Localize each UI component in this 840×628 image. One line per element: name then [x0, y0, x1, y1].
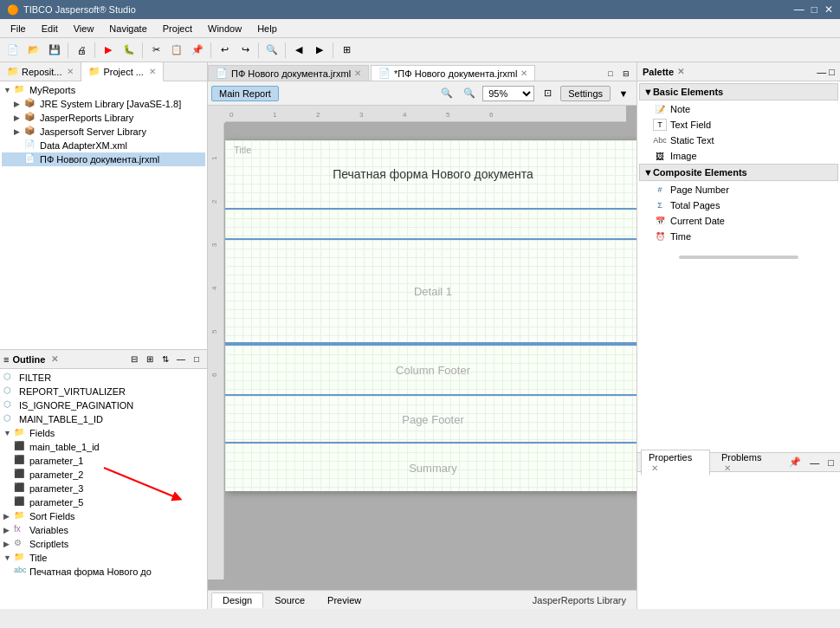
tab-project[interactable]: 📁 Project ... ✕ — [81, 62, 163, 81]
band-title[interactable]: Печатная форма Нового документа Title — [225, 140, 636, 210]
settings-arrow-btn[interactable]: ▼ — [614, 84, 633, 103]
outline-sort-btn[interactable]: ⇅ — [158, 353, 172, 366]
palette-note[interactable]: 📝 Note — [639, 101, 838, 117]
forward-button[interactable]: ▶ — [310, 41, 329, 60]
outline-param2[interactable]: ⬛ parameter_2 — [2, 468, 205, 482]
tree-jr-lib[interactable]: ▶ 📦 JasperReports Library — [2, 111, 205, 125]
panel-min-btn[interactable]: □ — [604, 67, 617, 81]
save-button[interactable]: 💾 — [45, 41, 64, 60]
outline-min-btn[interactable]: — — [174, 353, 188, 366]
maximize-button[interactable]: □ — [811, 3, 817, 16]
band-blank[interactable] — [225, 210, 636, 240]
undo-button[interactable]: ↩ — [215, 41, 234, 60]
outline-main-table[interactable]: ⬡ MAIN_TABLE_1_ID — [2, 412, 205, 426]
tab-properties[interactable]: Properties ✕ — [641, 450, 710, 476]
tab-problems[interactable]: Problems ✕ — [714, 450, 779, 476]
palette-time[interactable]: ⏰ Time — [639, 229, 838, 244]
redo-button[interactable]: ↪ — [236, 41, 255, 60]
debug-button[interactable]: 🐛 — [120, 41, 139, 60]
search-button[interactable]: 🔍 — [262, 41, 281, 60]
tree-data-adapter[interactable]: 📄 Data AdapterXM.xml — [2, 139, 205, 152]
canvas-scroll[interactable]: Печатная форма Нового документа Title De… — [225, 123, 636, 590]
outline-collapse-btn[interactable]: ⊟ — [127, 353, 141, 366]
paste-button[interactable]: 📌 — [188, 41, 207, 60]
palette-static-text[interactable]: Abc Static Text — [639, 133, 838, 148]
palette-max-btn[interactable]: □ — [829, 67, 835, 77]
props-min-btn[interactable]: — — [807, 457, 822, 468]
outline-param1[interactable]: ⬛ parameter_1 — [2, 454, 205, 468]
menu-edit[interactable]: Edit — [35, 22, 65, 36]
outline-expand-btn[interactable]: ⊞ — [143, 353, 157, 366]
section-composite-elements[interactable]: ▼ Composite Elements — [639, 164, 838, 181]
outline-scriptlets[interactable]: ▶ ⚙ Scriptlets — [2, 537, 205, 551]
zoom-in-btn[interactable]: 🔍 — [437, 84, 456, 103]
tree-js-lib[interactable]: ▶ 📦 Jaspersoft Server Library — [2, 125, 205, 139]
tab-editor-1[interactable]: 📄 ПФ Нового документа.jrxml ✕ — [208, 65, 369, 81]
tab-editor-2[interactable]: 📄 *ПФ Нового документа.jrxml ✕ — [371, 65, 535, 81]
cut-button[interactable]: ✂ — [146, 41, 165, 60]
tab-editor-2-close[interactable]: ✕ — [520, 68, 527, 78]
title-bar-controls[interactable]: — □ ✕ — [794, 3, 833, 16]
close-button[interactable]: ✕ — [824, 3, 833, 16]
zoom-out-btn[interactable]: 🔍 — [460, 84, 479, 103]
section-basic-elements[interactable]: ▼ Basic Elements — [639, 83, 838, 100]
outline-virtualizer[interactable]: ⬡ REPORT_VIRTUALIZER — [2, 385, 205, 398]
tab-repository[interactable]: 📁 Reposit... ✕ — [0, 62, 81, 81]
palette-page-number[interactable]: # Page Number — [639, 182, 838, 197]
tree-jrxml[interactable]: 📄 ПФ Нового документа.jrxml — [2, 152, 205, 166]
outline-fields[interactable]: ▼ 📁 Fields — [2, 426, 205, 440]
outline-title-text[interactable]: abc Печатная форма Нового до — [2, 565, 205, 579]
palette-total-pages[interactable]: Σ Total Pages — [639, 197, 838, 213]
outline-param5[interactable]: ⬛ parameter_5 — [2, 495, 205, 509]
fit-btn[interactable]: ⊡ — [538, 84, 557, 103]
menu-navigate[interactable]: Navigate — [102, 22, 153, 36]
open-button[interactable]: 📂 — [24, 41, 43, 60]
menu-view[interactable]: View — [67, 22, 101, 36]
editor-canvas-container[interactable]: 0 1 2 3 4 5 6 1 2 3 4 5 6 — [208, 106, 636, 590]
panel-max-btn[interactable]: ⊟ — [619, 67, 633, 81]
outline-ignore-pag[interactable]: ⬡ IS_IGNORE_PAGINATION — [2, 398, 205, 412]
outline-filter[interactable]: ⬡ FILTER — [2, 371, 205, 385]
outline-field-main[interactable]: ⬛ main_table_1_id — [2, 440, 205, 454]
tab-problems-icon[interactable]: ✕ — [724, 463, 731, 473]
minimize-button[interactable]: — — [794, 3, 804, 16]
outline-max-btn[interactable]: □ — [190, 353, 204, 366]
menu-file[interactable]: File — [3, 22, 33, 36]
tab-source[interactable]: Source — [263, 592, 316, 608]
palette-text-field[interactable]: T Text Field — [639, 117, 838, 133]
menu-project[interactable]: Project — [156, 22, 199, 36]
band-detail[interactable]: Detail 1 — [225, 240, 636, 344]
new-button[interactable]: 📄 — [3, 41, 23, 60]
outline-close[interactable]: ✕ — [51, 354, 58, 364]
tree-jre[interactable]: ▶ 📦 JRE System Library [JavaSE-1.8] — [2, 97, 205, 111]
band-page-footer[interactable]: Page Footer — [225, 396, 636, 443]
palette-min-btn[interactable]: — — [817, 67, 826, 77]
menu-window[interactable]: Window — [201, 22, 249, 36]
copy-button[interactable]: 📋 — [167, 41, 186, 60]
outline-variables[interactable]: ▶ fx Variables — [2, 523, 205, 537]
tab-editor-1-close[interactable]: ✕ — [354, 68, 361, 78]
palette-close[interactable]: ✕ — [677, 67, 684, 76]
outline-param3[interactable]: ⬛ parameter_3 — [2, 482, 205, 495]
outline-sort-fields[interactable]: ▶ 📁 Sort Fields — [2, 509, 205, 523]
props-max-btn[interactable]: □ — [825, 457, 837, 468]
outline-title[interactable]: ▼ 📁 Title — [2, 551, 205, 565]
print-button[interactable]: 🖨 — [72, 41, 91, 60]
tab-design[interactable]: Design — [211, 592, 263, 608]
band-summary[interactable]: Summary — [225, 443, 636, 491]
tab-repository-close[interactable]: ✕ — [67, 67, 74, 76]
tree-my-reports[interactable]: ▼ 📁 MyReports — [2, 83, 205, 97]
tab-properties-icon[interactable]: ✕ — [651, 463, 658, 473]
grid-button[interactable]: ⊞ — [337, 41, 356, 60]
run-button[interactable]: ▶ — [99, 41, 118, 60]
menu-help[interactable]: Help — [250, 22, 284, 36]
settings-btn[interactable]: Settings — [560, 86, 611, 101]
tab-project-close[interactable]: ✕ — [149, 67, 156, 76]
props-pin-btn[interactable]: 📌 — [786, 456, 804, 468]
tab-preview[interactable]: Preview — [316, 592, 372, 608]
main-report-button[interactable]: Main Report — [211, 86, 279, 101]
back-button[interactable]: ◀ — [289, 41, 308, 60]
zoom-select[interactable]: 95% 100% 75% 50% — [482, 86, 534, 101]
band-col-footer[interactable]: Column Footer — [225, 344, 636, 396]
palette-image[interactable]: 🖼 Image — [639, 148, 838, 164]
